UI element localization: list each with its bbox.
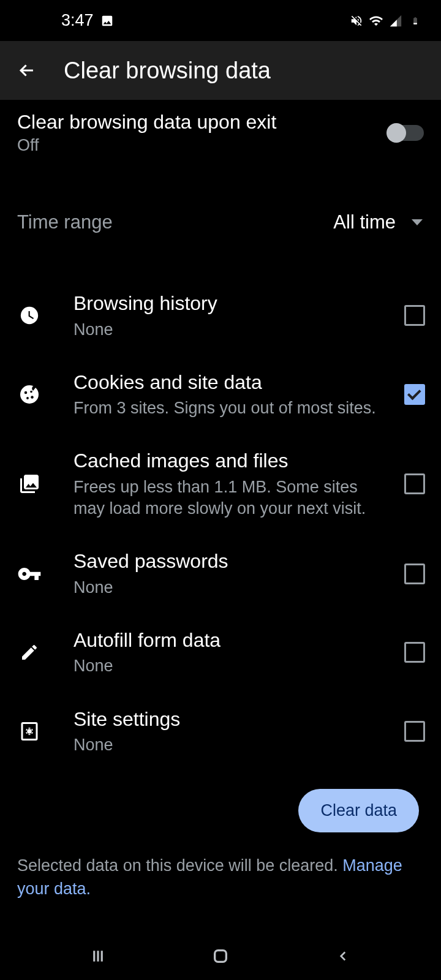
- nav-recents[interactable]: [86, 944, 110, 968]
- clock-icon: [17, 303, 42, 328]
- item-subtitle: None: [74, 655, 390, 677]
- clear-data-button[interactable]: Clear data: [298, 789, 419, 832]
- item-site-settings[interactable]: Site settings None: [0, 692, 441, 771]
- mute-icon: [349, 13, 364, 28]
- clear-on-exit-value: Off: [17, 136, 276, 155]
- svg-point-2: [24, 391, 28, 394]
- clear-on-exit-title: Clear browsing data upon exit: [17, 111, 276, 134]
- status-right: [349, 13, 423, 28]
- data-type-list: Browsing history None Cookies and site d…: [0, 276, 441, 771]
- svg-point-1: [20, 385, 39, 404]
- item-subtitle: None: [74, 734, 390, 756]
- checkbox-passwords[interactable]: [404, 564, 425, 584]
- time-range-dropdown[interactable]: All time: [333, 211, 423, 233]
- item-browsing-history[interactable]: Browsing history None: [0, 276, 441, 355]
- settings-page-icon: [17, 719, 42, 744]
- time-range-label: Time range: [17, 211, 113, 233]
- time-range-value: All time: [333, 211, 396, 233]
- nav-back[interactable]: [331, 944, 355, 968]
- item-subtitle: From 3 sites. Signs you out of most site…: [74, 398, 390, 419]
- battery-icon: [408, 13, 423, 28]
- item-passwords[interactable]: Saved passwords None: [0, 534, 441, 613]
- clear-on-exit-switch[interactable]: [388, 125, 424, 141]
- content: Clear browsing data upon exit Off Time r…: [0, 100, 441, 912]
- item-cookies[interactable]: Cookies and site data From 3 sites. Sign…: [0, 355, 441, 434]
- svg-point-5: [30, 391, 32, 393]
- image-icon: [17, 472, 42, 496]
- clear-on-exit-row[interactable]: Clear browsing data upon exit Off: [0, 100, 441, 175]
- back-button[interactable]: [12, 56, 42, 85]
- item-title: Cached images and files: [74, 448, 390, 474]
- status-bar: 3:47: [0, 0, 441, 41]
- item-autofill[interactable]: Autofill form data None: [0, 613, 441, 692]
- chevron-down-icon: [412, 219, 423, 225]
- checkbox-site-settings[interactable]: [404, 721, 425, 742]
- item-title: Cookies and site data: [74, 370, 390, 396]
- checkbox-cached[interactable]: [404, 473, 425, 494]
- item-cached[interactable]: Cached images and files Frees up less th…: [0, 434, 441, 534]
- wifi-icon: [369, 13, 383, 28]
- status-left: 3:47: [61, 11, 115, 30]
- key-icon: [17, 562, 42, 586]
- svg-point-3: [31, 396, 34, 399]
- item-subtitle: None: [74, 319, 390, 341]
- svg-rect-8: [215, 951, 227, 962]
- item-title: Autofill form data: [74, 628, 390, 654]
- svg-point-4: [26, 397, 29, 399]
- screenshot-notification-icon: [100, 13, 115, 28]
- item-title: Site settings: [74, 707, 390, 733]
- item-subtitle: None: [74, 577, 390, 598]
- svg-point-7: [27, 729, 32, 734]
- checkbox-autofill[interactable]: [404, 642, 425, 663]
- time-range-row[interactable]: Time range All time: [0, 193, 441, 252]
- status-time: 3:47: [61, 11, 94, 30]
- app-bar: Clear browsing data: [0, 41, 441, 100]
- page-title: Clear browsing data: [64, 58, 271, 84]
- checkbox-cookies[interactable]: [404, 384, 425, 405]
- nav-home[interactable]: [208, 944, 233, 968]
- item-title: Saved passwords: [74, 549, 390, 575]
- checkbox-browsing-history[interactable]: [404, 305, 425, 326]
- navigation-bar: [0, 932, 441, 980]
- footer-note: Selected data on this device will be cle…: [0, 843, 441, 912]
- item-title: Browsing history: [74, 291, 390, 317]
- signal-icon: [388, 13, 403, 28]
- pencil-icon: [17, 640, 42, 665]
- item-subtitle: Frees up less than 1.1 MB. Some sites ma…: [74, 477, 390, 519]
- check-icon: [407, 386, 421, 401]
- footer-text: Selected data on this device will be cle…: [17, 856, 342, 875]
- cookie-icon: [17, 382, 42, 407]
